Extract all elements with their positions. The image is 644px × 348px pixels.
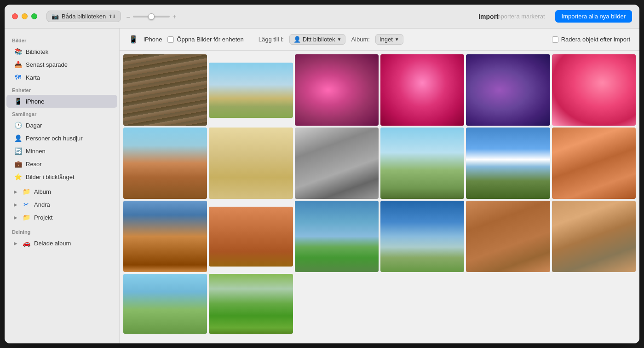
album-dropdown[interactable]: Inget ▼ xyxy=(375,34,403,45)
sidebar-item-bibliotek[interactable]: 📚 Bibliotek xyxy=(6,45,117,58)
expand-icon: ▶ xyxy=(14,189,17,194)
photo-item[interactable] xyxy=(123,128,207,199)
photo-item[interactable] xyxy=(209,63,293,118)
close-button[interactable] xyxy=(12,13,18,19)
sidebar-item-label: Delade album xyxy=(34,240,71,247)
sidebar-item-label: Senast sparade xyxy=(26,61,68,68)
sidebar-item-album[interactable]: ▶ 📁 Album xyxy=(6,185,117,198)
sidebar-item-label: Album xyxy=(34,188,51,195)
photo-item[interactable] xyxy=(552,128,636,199)
photo-item[interactable] xyxy=(466,54,550,126)
sidebar-item-karta[interactable]: 🗺 Karta xyxy=(6,71,117,84)
minnen-icon: 🔄 xyxy=(14,147,22,155)
karta-icon: 🗺 xyxy=(14,73,22,81)
photo-item[interactable] xyxy=(552,201,636,272)
album-value: Inget xyxy=(380,36,393,43)
sidebar-item-personer[interactable]: 👤 Personer och husdjur xyxy=(6,132,117,145)
photo-item[interactable] xyxy=(380,54,464,126)
blickfanget-icon: ⭐ xyxy=(14,173,22,181)
photo-item[interactable] xyxy=(295,201,379,272)
photo-item[interactable] xyxy=(466,201,550,272)
content-area: Bilder 📚 Bibliotek 📥 Senast sparade 🗺 Ka… xyxy=(5,29,639,343)
sidebar-item-label: Minnen xyxy=(26,148,46,155)
sidebar-item-blickfanget[interactable]: ⭐ Bilder i blickfånget xyxy=(6,170,117,183)
delade-album-icon: 🚗 xyxy=(22,239,30,247)
radera-label-text: Radera objekt efter import xyxy=(561,36,630,43)
sidebar-item-resor[interactable]: 💼 Resor xyxy=(6,157,117,170)
photo-item[interactable] xyxy=(123,54,207,126)
andra-icon: ✂ xyxy=(22,200,30,209)
open-photos-checkbox[interactable] xyxy=(167,36,174,43)
section-label-samlingar: Samlingar xyxy=(5,108,119,119)
sidebar-item-minnen[interactable]: 🔄 Minnen xyxy=(6,145,117,157)
photo-item[interactable] xyxy=(123,274,207,334)
sidebar-section-samlingar: Samlingar 🕐 Dagar 👤 Personer och husdjur… xyxy=(5,108,119,183)
device-name: iPhone xyxy=(144,36,162,43)
zoom-control: – + xyxy=(126,13,176,20)
traffic-lights xyxy=(12,13,37,19)
photo-item[interactable] xyxy=(295,54,379,126)
toolbar-right: Importera markerat Importera alla nya bi… xyxy=(489,10,632,23)
device-icon: 📱 xyxy=(129,35,138,44)
sidebar-item-projekt[interactable]: ▶ 📁 Projekt xyxy=(6,211,117,224)
open-photos-label: Öppna Bilder för enheten xyxy=(177,36,243,43)
expand-icon: ▶ xyxy=(14,241,17,246)
photo-item[interactable] xyxy=(380,201,464,272)
photo-item[interactable] xyxy=(209,274,293,334)
photo-item[interactable] xyxy=(123,201,207,272)
sidebar-section-bilder: Bilder 📚 Bibliotek 📥 Senast sparade 🗺 Ka… xyxy=(5,34,119,84)
sidebar-item-label: Bilder i blickfånget xyxy=(26,174,75,180)
photo-item[interactable] xyxy=(209,207,293,267)
photo-item[interactable] xyxy=(552,54,636,126)
radera-checkbox[interactable] xyxy=(552,36,558,43)
sidebar-section-collections: ▶ 📁 Album ▶ ✂ Andra ▶ 📁 Projekt xyxy=(5,185,119,224)
dagar-icon: 🕐 xyxy=(14,121,22,129)
import-all-button[interactable]: Importera alla nya bilder xyxy=(555,10,632,23)
sidebar-section-enheter: Enheter 📱 iPhone xyxy=(5,84,119,108)
radera-control: Radera objekt efter import xyxy=(552,36,630,43)
album-icon: 📁 xyxy=(22,187,30,196)
maximize-button[interactable] xyxy=(31,13,37,19)
sidebar-item-andra[interactable]: ▶ ✂ Andra xyxy=(6,198,117,211)
chevron-up-down-icon: ⬆⬇ xyxy=(109,14,116,19)
sidebar-item-senast-sparade[interactable]: 📥 Senast sparade xyxy=(6,58,117,71)
chevron-down-icon: ▼ xyxy=(395,37,399,42)
chevron-down-icon: ▼ xyxy=(337,37,342,42)
sidebar-item-iphone[interactable]: 📱 iPhone xyxy=(6,95,117,108)
library-selector[interactable]: 📷 Båda biblioteken ⬆⬇ xyxy=(46,11,121,22)
photo-item[interactable] xyxy=(209,128,293,199)
sidebar-item-dagar[interactable]: 🕐 Dagar xyxy=(6,119,117,132)
photo-grid xyxy=(120,51,639,343)
sidebar-section-delning: Delning ▶ 🚗 Delade album xyxy=(5,226,119,249)
section-label-bilder: Bilder xyxy=(5,34,119,45)
title-container: Import xyxy=(176,13,489,20)
minimize-button[interactable] xyxy=(22,13,28,19)
open-photos-control: Öppna Bilder för enheten xyxy=(167,36,243,43)
sidebar-item-label: Dagar xyxy=(26,122,42,129)
section-label-delning: Delning xyxy=(5,226,119,237)
expand-icon: ▶ xyxy=(14,202,17,207)
photo-item[interactable] xyxy=(466,128,550,199)
sidebar-item-label: Projekt xyxy=(34,214,52,221)
titlebar: 📷 Båda biblioteken ⬆⬇ – + Import Importe… xyxy=(5,5,639,29)
zoom-minus-label: – xyxy=(126,13,130,20)
library-icon: 📷 xyxy=(52,13,59,20)
personer-icon: 👤 xyxy=(14,134,22,142)
zoom-slider[interactable] xyxy=(133,16,170,17)
library-dropdown[interactable]: 👤 Ditt bibliotek ▼ xyxy=(289,34,346,45)
library-selector-label: Båda biblioteken xyxy=(62,13,106,20)
library-value: Ditt bibliotek xyxy=(303,36,335,43)
zoom-thumb[interactable] xyxy=(148,13,155,20)
import-bar: 📱 iPhone Öppna Bilder för enheten Lägg t… xyxy=(120,29,639,51)
photo-item[interactable] xyxy=(295,128,379,199)
photo-item[interactable] xyxy=(380,128,464,199)
app-window: 📷 Båda biblioteken ⬆⬇ – + Import Importe… xyxy=(5,5,639,343)
expand-icon: ▶ xyxy=(14,215,17,220)
sidebar-item-label: iPhone xyxy=(26,98,44,105)
iphone-icon: 📱 xyxy=(14,97,22,105)
lagg-till-label: Lägg till i: xyxy=(259,36,284,43)
sidebar-item-label: Bibliotek xyxy=(26,48,48,55)
person-icon: 👤 xyxy=(293,36,301,43)
section-label-enheter: Enheter xyxy=(5,84,119,95)
sidebar-item-delade-album[interactable]: ▶ 🚗 Delade album xyxy=(6,237,117,249)
